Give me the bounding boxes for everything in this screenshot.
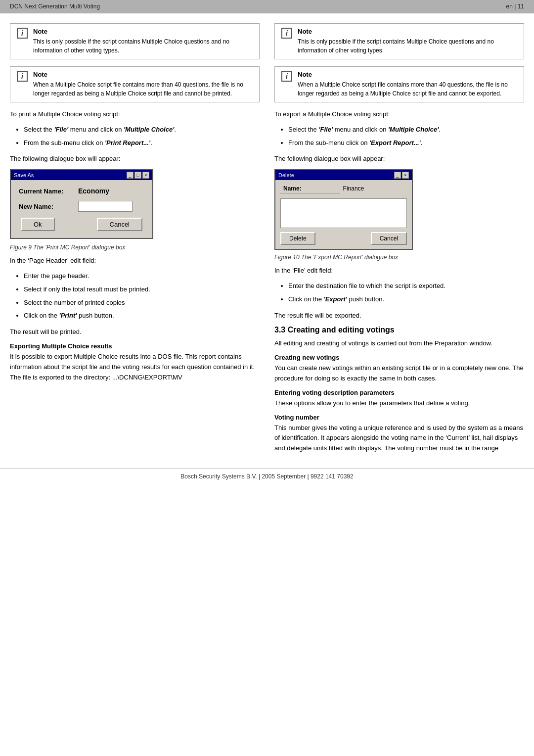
delete-col-value: Finance	[340, 184, 407, 193]
right-note-icon-wrap-2: i	[280, 71, 294, 98]
left-bullet-2a: Enter the page header.	[24, 271, 260, 282]
delete-dialog-delete-btn[interactable]: Delete	[280, 232, 315, 245]
right-bullet-2b: Click on the 'Export' push button.	[288, 294, 524, 305]
export-text: It is possible to export Multiple Choice…	[10, 352, 260, 382]
fig-caption-9: Figure 9 The 'Print MC Report' dialogue …	[10, 244, 260, 251]
right-note-title-1: Note	[298, 28, 519, 35]
right-note-icon-wrap-1: i	[280, 28, 294, 55]
dialog-current-name-value: Economy	[78, 187, 109, 195]
left-column: i Note This is only possible if the scri…	[10, 23, 260, 459]
dialog-new-name-input[interactable]	[78, 201, 133, 212]
right-note-content-2: Note When a Multiple Choice script file …	[298, 71, 519, 98]
dialog-titlebar-btns: _ □ ×	[126, 172, 149, 179]
section-33-heading: 3.3 Creating and editing votings	[274, 326, 524, 334]
right-column: i Note This is only possible if the scri…	[274, 23, 524, 459]
note-title-2: Note	[33, 71, 254, 78]
note-text-2: When a Multiple Choice script file conta…	[33, 80, 254, 98]
sub3-heading: Voting number	[274, 414, 524, 421]
right-edit-field-intro: In the ‘File’ edit field:	[274, 266, 524, 276]
sub2-heading: Entering voting description parameters	[274, 389, 524, 396]
right-note-1: i Note This is only possible if the scri…	[274, 23, 524, 59]
note-content-2: Note When a Multiple Choice script file …	[33, 71, 254, 98]
info-icon-2: i	[17, 71, 28, 82]
right-note-content-1: Note This is only possible if the script…	[298, 28, 519, 55]
sub1-heading: Creating new votings	[274, 354, 524, 361]
left-bullet-list-1: Select the 'File' menu and click on 'Mul…	[24, 125, 260, 148]
dialog-new-name-label: New Name:	[19, 203, 73, 210]
delete-dialog-title: Delete	[278, 172, 294, 178]
left-bullet-1a: Select the 'File' menu and click on 'Mul…	[24, 125, 260, 135]
delete-dialog-listarea	[280, 198, 407, 228]
right-followup: The following dialogue box will appear:	[274, 154, 524, 164]
dialog-buttons: Ok Cancel	[19, 218, 144, 231]
right-info-icon-1: i	[281, 28, 292, 39]
dialog-current-name-label: Current Name:	[19, 188, 73, 195]
page-content: i Note This is only possible if the scri…	[0, 13, 534, 469]
dialog-new-name-row: New Name:	[19, 201, 144, 212]
save-as-dialog: Save As _ □ × Current Name: Economy New …	[10, 169, 153, 239]
dialog-current-name-row: Current Name: Economy	[19, 187, 144, 195]
page-footer: Bosch Security Systems B.V. | 2005 Septe…	[0, 469, 534, 484]
left-bullet-1b: From the sub-menu click on 'Print Report…	[24, 138, 260, 148]
left-edit-field-intro: In the ‘Page Header’ edit field:	[10, 256, 260, 266]
left-result-text: The result will be printed.	[10, 327, 260, 337]
delete-col-name: Name:	[280, 184, 340, 193]
delete-dialog-buttons: Delete Cancel	[280, 232, 407, 245]
left-bullet-list-2: Enter the page header. Select if only th…	[24, 271, 260, 321]
dialog-close-btn[interactable]: ×	[142, 172, 149, 179]
page-header: DCN Next Generation Multi Voting en | 11	[0, 0, 534, 13]
info-icon-1: i	[17, 28, 28, 39]
section-33-text: All editing and creating of votings is c…	[274, 338, 524, 349]
delete-dialog-titlebar: Delete _ ×	[275, 170, 412, 180]
right-bullet-list-2: Enter the destination file to which the …	[288, 281, 524, 305]
delete-dialog-cancel-btn[interactable]: Cancel	[371, 232, 407, 245]
dialog-title: Save As	[14, 172, 34, 178]
left-note-1: i Note This is only possible if the scri…	[10, 23, 260, 59]
delete-dialog-close-btn[interactable]: ×	[402, 172, 409, 179]
note-icon-wrap-1: i	[15, 28, 29, 55]
delete-dialog-table: Name: Finance	[280, 184, 407, 193]
footer-text: Bosch Security Systems B.V. | 2005 Septe…	[180, 473, 353, 480]
note-content-1: Note This is only possible if the script…	[33, 28, 254, 55]
dialog-body: Current Name: Economy New Name: Ok Cance…	[11, 180, 152, 238]
sub1-text: You can create new votings within an exi…	[274, 363, 524, 384]
sub3-text: This number gives the voting a unique re…	[274, 423, 524, 454]
dialog-cancel-button[interactable]: Cancel	[97, 218, 142, 231]
left-bullet-2c: Select the number of printed copies	[24, 298, 260, 308]
right-bullet-list-1: Select the 'File' menu and click on 'Mul…	[288, 125, 524, 148]
right-bullet-2a: Enter the destination file to which the …	[288, 281, 524, 291]
right-bullet-1a: Select the 'File' menu and click on 'Mul…	[288, 125, 524, 135]
delete-dialog-minimize-btn[interactable]: _	[394, 172, 401, 179]
header-page: en | 11	[506, 3, 524, 10]
right-info-icon-2: i	[281, 71, 292, 82]
left-bullet-2b: Select if only the total result must be …	[24, 284, 260, 295]
right-note-title-2: Note	[298, 71, 519, 78]
note-text-1: This is only possible if the script cont…	[33, 37, 254, 55]
dialog-titlebar: Save As _ □ ×	[11, 170, 152, 180]
right-note-text-1: This is only possible if the script cont…	[298, 37, 519, 55]
dialog-ok-button[interactable]: Ok	[21, 218, 55, 231]
dialog-maximize-btn[interactable]: □	[134, 172, 141, 179]
sub2-text: These options allow you to enter the par…	[274, 398, 524, 409]
right-intro-text: To export a Multiple Choice voting scrip…	[274, 109, 524, 120]
delete-dialog-body: Name: Finance Delete Cancel	[275, 180, 412, 249]
left-bullet-2d: Click on the 'Print' push button.	[24, 311, 260, 321]
header-title: DCN Next Generation Multi Voting	[10, 3, 100, 10]
right-bullet-1b: From the sub-menu click on 'Export Repor…	[288, 138, 524, 148]
export-heading: Exporting Multiple Choice results	[10, 342, 260, 350]
right-note-text-2: When a Multiple Choice script file conta…	[298, 80, 519, 98]
dialog-minimize-btn[interactable]: _	[127, 172, 134, 179]
note-title-1: Note	[33, 28, 254, 35]
right-result-text: The result file will be exported.	[274, 311, 524, 321]
left-intro-text: To print a Multiple Choice voting script…	[10, 109, 260, 120]
delete-dialog-btns: _ ×	[393, 172, 409, 179]
left-note-2: i Note When a Multiple Choice script fil…	[10, 66, 260, 102]
fig-caption-10: Figure 10 The 'Export MC Report' dialogu…	[274, 254, 524, 261]
delete-dialog: Delete _ × Name: Finance Delete Cancel	[274, 169, 413, 250]
right-note-2: i Note When a Multiple Choice script fil…	[274, 66, 524, 102]
note-icon-wrap-2: i	[15, 71, 29, 98]
left-followup: The following dialogue box will appear:	[10, 154, 260, 164]
